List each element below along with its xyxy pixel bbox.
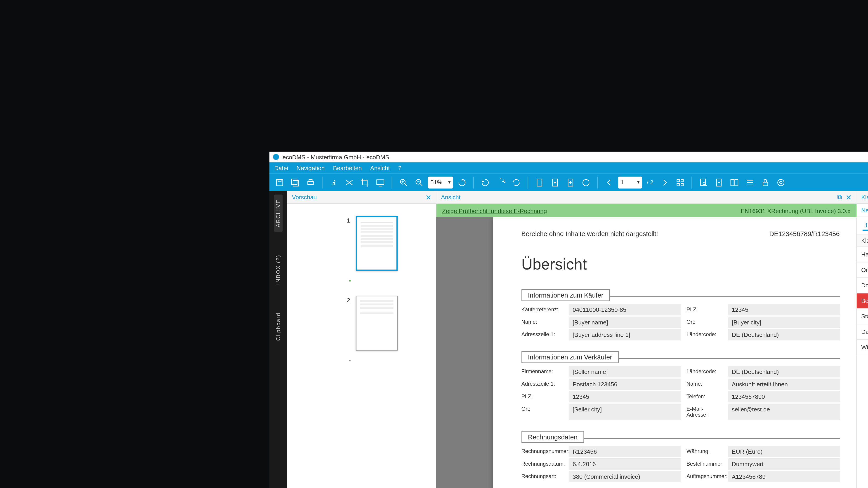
- thumbnail-2[interactable]: 2: [347, 296, 424, 351]
- popout-icon[interactable]: ⧉: [837, 193, 842, 201]
- remove-doc-icon[interactable]: [712, 175, 725, 189]
- print-icon[interactable]: [304, 175, 317, 189]
- list-icon[interactable]: [743, 175, 756, 189]
- preview-close-icon[interactable]: ✕: [426, 193, 431, 201]
- tab-archive[interactable]: ARCHIVE: [274, 194, 283, 232]
- window-title: ecoDMS - Musterfirma GmbH - ecoDMS: [283, 154, 389, 160]
- field-ordner[interactable]: Ordner Kreditoren: [857, 262, 868, 278]
- grid-icon[interactable]: [674, 175, 687, 189]
- lock-icon[interactable]: [759, 175, 772, 189]
- svg-rect-20: [735, 179, 738, 185]
- zoom-out-icon[interactable]: [412, 175, 426, 189]
- einvoice-format: EN16931 XRechnung (UBL Invoice) 3.0.x: [741, 207, 850, 214]
- field-dokumentenart[interactable]: Dokumentenart €Rechnungseingang: [857, 278, 868, 293]
- save-as-icon[interactable]: [288, 175, 302, 189]
- tab-clipboard[interactable]: Clipboard: [274, 307, 283, 345]
- field-datum[interactable]: Datum 2023-11-21: [857, 324, 868, 340]
- doc-id: DE123456789/R123456: [770, 230, 840, 237]
- classification-section-header: Klassifizierung: [857, 235, 868, 247]
- side-tabs: ARCHIVE INBOX (2) Clipboard: [270, 191, 287, 488]
- svg-rect-15: [681, 183, 684, 186]
- field-hauptordner[interactable]: Hauptordner Kreditoren: [857, 247, 868, 262]
- svg-rect-9: [537, 178, 542, 186]
- new-classification-row: Neue Klassifizierung Neu: [857, 204, 868, 217]
- rotate-left-icon[interactable]: [479, 175, 492, 189]
- svg-rect-5: [309, 179, 312, 181]
- svg-rect-1: [278, 179, 281, 182]
- menu-datei[interactable]: Datei: [274, 164, 288, 171]
- page-field[interactable]: 1▾: [618, 176, 642, 188]
- compare-icon[interactable]: [728, 175, 741, 189]
- zoom-in-icon[interactable]: [397, 175, 410, 189]
- svg-point-17: [703, 182, 706, 184]
- field-wiedervorlage[interactable]: Wiedervorlage ab: [857, 340, 868, 355]
- tab-inbox[interactable]: INBOX (2): [274, 250, 283, 289]
- rotate-right-icon[interactable]: [494, 175, 507, 189]
- einvoice-report-link[interactable]: Zeige Prüfbericht für diese E-Rechnung: [442, 207, 547, 214]
- viewer-title: Ansicht: [441, 194, 460, 200]
- svg-rect-21: [763, 182, 768, 186]
- svg-rect-4: [308, 181, 313, 184]
- svg-rect-0: [276, 179, 283, 185]
- svg-point-22: [778, 179, 784, 185]
- title-bar: ecoDMS - Musterfirma GmbH - ecoDMS — ▢ ✕: [270, 152, 868, 162]
- page-viewport[interactable]: Bereiche ohne Inhalte werden nicht darge…: [436, 217, 857, 488]
- page-next-icon[interactable]: [658, 175, 671, 189]
- clip-icon[interactable]: [343, 175, 356, 189]
- menu-ansicht[interactable]: Ansicht: [370, 164, 390, 171]
- doc-up-icon[interactable]: [548, 175, 561, 189]
- thumbnail-1[interactable]: 1: [347, 216, 424, 271]
- svg-rect-19: [731, 179, 734, 185]
- buyer-section-header: Informationen zum Käufer: [522, 289, 610, 301]
- refresh-icon[interactable]: [456, 175, 469, 189]
- field-bemerkung[interactable]: Bemerkung #urn:xeinkauf.de:kosit:xrechnu…: [857, 293, 868, 309]
- einvoice-bar: Zeige Prüfbericht für diese E-Rechnung E…: [436, 204, 857, 217]
- new-doc-icon[interactable]: [533, 175, 546, 189]
- classification-header: Klassifizierung ✕: [857, 191, 868, 204]
- invoice-section-header: Rechnungsdaten: [522, 431, 584, 443]
- monitor-icon[interactable]: [374, 175, 387, 189]
- new-classification-link[interactable]: Neue Klassifizierung: [861, 207, 868, 214]
- reload-icon[interactable]: [579, 175, 592, 189]
- svg-rect-13: [681, 179, 684, 182]
- menu-bearbeiten[interactable]: Bearbeiten: [333, 164, 362, 171]
- svg-rect-2: [291, 178, 297, 184]
- preview-title: Vorschau: [292, 194, 317, 200]
- menu-bar: Datei Navigation Bearbeiten Ansicht ?: [270, 162, 868, 173]
- seller-section-header: Informationen zum Verkäufer: [522, 351, 619, 363]
- svg-rect-6: [377, 180, 384, 184]
- page-prev-icon[interactable]: [602, 175, 616, 189]
- search-doc-icon[interactable]: [697, 175, 710, 189]
- page-total: / 2: [647, 179, 653, 186]
- save-icon[interactable]: [273, 175, 286, 189]
- app-icon: [273, 154, 279, 160]
- viewer-close-icon[interactable]: ✕: [846, 193, 851, 201]
- doc-note: Bereiche ohne Inhalte werden nicht darge…: [522, 230, 658, 237]
- viewer-header: Ansicht ⧉ ✕: [436, 191, 857, 204]
- doc-down-icon[interactable]: [564, 175, 577, 189]
- svg-rect-14: [677, 183, 680, 186]
- toolbar: 51%▾ 1▾ / 2: [270, 173, 868, 191]
- crop-icon[interactable]: [358, 175, 371, 189]
- sync-icon[interactable]: [510, 175, 523, 189]
- menu-help[interactable]: ?: [398, 164, 401, 171]
- doc-heading: Übersicht: [522, 255, 840, 273]
- classification-tabs: 1 (Xrechnung) Klassifizierung durch Vorl…: [857, 217, 868, 235]
- svg-rect-3: [293, 180, 299, 186]
- menu-navigation[interactable]: Navigation: [297, 164, 325, 171]
- stamp-icon[interactable]: [327, 175, 340, 189]
- field-status[interactable]: Status ⚑Erledigt: [857, 309, 868, 324]
- target-icon[interactable]: [774, 175, 787, 189]
- svg-rect-12: [677, 179, 680, 182]
- preview-header: Vorschau ✕: [287, 191, 436, 204]
- classification-tab-1[interactable]: 1 (Xrechnung): [862, 221, 868, 231]
- zoom-field[interactable]: 51%▾: [428, 176, 453, 188]
- svg-point-23: [780, 181, 782, 184]
- thumbnail-area: 1 ✕ 2: [287, 204, 436, 488]
